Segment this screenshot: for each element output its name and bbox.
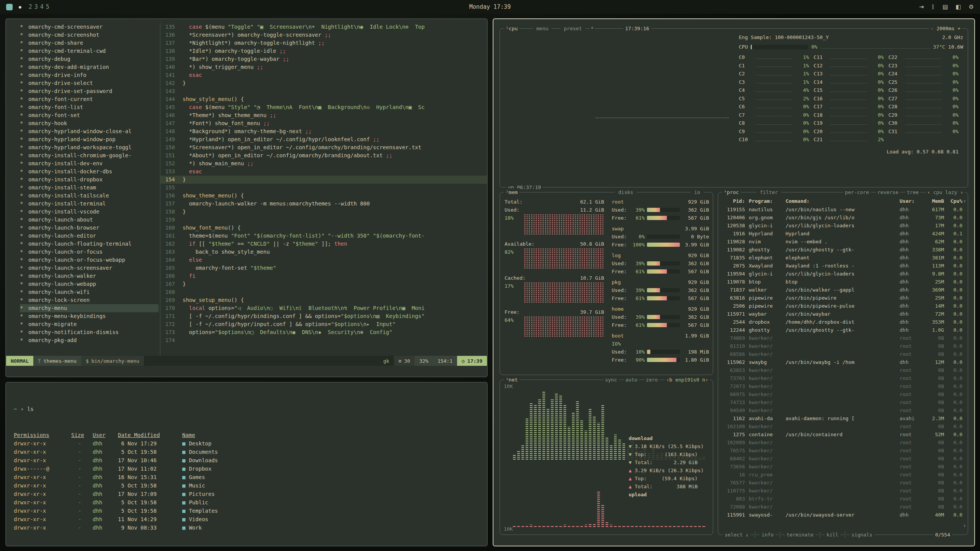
- net-sync-button[interactable]: sync: [603, 376, 618, 384]
- file-list-item[interactable]: *omarchy-notification-dismiss: [20, 328, 160, 336]
- file-list-item[interactable]: *omarchy-launch-screensaver: [20, 264, 160, 272]
- process-row[interactable]: 71837walker/usr/bin/walker --gappldhh369…: [718, 286, 968, 294]
- workspace-4[interactable]: 4: [39, 3, 45, 10]
- process-row[interactable]: 71835elephantelephantdhh381M0.0: [718, 254, 968, 262]
- menu-button[interactable]: menu: [533, 24, 552, 33]
- process-row[interactable]: 119594glycin-i/usr/lib/glycin-loadersdhh…: [718, 270, 968, 278]
- file-list-item[interactable]: *omarchy-menu: [20, 304, 158, 312]
- file-list-item[interactable]: *omarchy-drive-set-password: [20, 87, 160, 95]
- proc-reverse-button[interactable]: reverse: [876, 188, 900, 196]
- process-row[interactable]: 72073kworker/root0B0.0: [718, 382, 968, 390]
- bluetooth-icon[interactable]: ᛒ: [931, 3, 935, 10]
- file-list-item[interactable]: *omarchy-font-set: [20, 111, 160, 119]
- workspace-2[interactable]: 2: [28, 3, 33, 10]
- scroll-down-icon[interactable]: ↓: [963, 521, 966, 529]
- file-list-item[interactable]: *omarchy-hyprland-window-close-al: [20, 127, 160, 135]
- process-row[interactable]: 76575kworker/root0B0.0: [718, 447, 968, 455]
- process-row[interactable]: 2075XwaylandXwayland :1 -rootless -dhh11…: [718, 262, 968, 270]
- file-list-item[interactable]: *omarchy-cmd-share: [20, 39, 160, 47]
- file-list-item[interactable]: *omarchy-pkg-add: [20, 336, 160, 344]
- workspace-5[interactable]: 5: [45, 3, 51, 10]
- process-row[interactable]: 115962swaybg/usr/bin/swaybg -i /homdhh12…: [718, 358, 968, 366]
- proc-action-kill[interactable]: kill: [825, 531, 840, 539]
- proc-box-title[interactable]: ⁴proc: [722, 188, 741, 196]
- file-list-item[interactable]: *omarchy-hyprland-window-pop: [20, 135, 160, 143]
- file-list-item[interactable]: *omarchy-cmd-terminal-cwd: [20, 47, 160, 55]
- process-row[interactable]: 102100kworker/root0B0.0: [718, 422, 968, 430]
- process-row[interactable]: 73703kworker/root0B0.0: [718, 374, 968, 382]
- proc-action-info[interactable]: info: [760, 531, 775, 539]
- process-row[interactable]: 94540kworker/root0B0.0: [718, 406, 968, 414]
- file-list-item[interactable]: *omarchy-launch-floating-terminal: [20, 240, 160, 248]
- update-interval[interactable]: - 2000ms +: [929, 24, 962, 33]
- app-launcher-icon[interactable]: [6, 4, 13, 10]
- file-list-item[interactable]: *omarchy-cmd-screensaver: [20, 23, 160, 31]
- net-zero-button[interactable]: zero: [644, 376, 659, 384]
- process-row[interactable]: 63853kworker/root0B0.0: [718, 366, 968, 374]
- file-list-item[interactable]: *omarchy-migrate: [20, 320, 160, 328]
- file-list-item[interactable]: *omarchy-install-tailscale: [20, 192, 160, 200]
- filter-button[interactable]: filter: [756, 188, 781, 196]
- file-list-item[interactable]: *omarchy-menu-keybindings: [20, 312, 160, 320]
- workspace-3[interactable]: 3: [33, 3, 39, 10]
- io-toggle[interactable]: io: [691, 188, 704, 196]
- process-row[interactable]: 81310kworker/root0B0.0: [718, 342, 968, 350]
- process-row[interactable]: 2544dropbox/home/dhh/.dropbox-distdhh353…: [718, 318, 968, 326]
- process-row[interactable]: 2506pipewire/usr/bin/pipewire-pulsedhh14…: [718, 302, 968, 310]
- network-interface[interactable]: ‹b enp191s0 n›: [665, 376, 710, 384]
- file-list-item[interactable]: *omarchy-launch-walker: [20, 272, 160, 280]
- file-list-item[interactable]: *omarchy-drive-info: [20, 71, 160, 79]
- process-row[interactable]: 119028nvimnvim --embed .dhh62M0.0: [718, 238, 968, 246]
- file-list-item[interactable]: *omarchy-font-list: [20, 103, 160, 111]
- file-list-item[interactable]: *omarchy-install-steam: [20, 184, 160, 192]
- process-row[interactable]: 119155nautilus/usr/bin/nautilus --newdhh…: [718, 205, 968, 214]
- logout-icon[interactable]: ⇥: [919, 3, 924, 10]
- file-list-item[interactable]: *omarchy-debug: [20, 55, 160, 63]
- proc-action-terminate[interactable]: terminate: [785, 531, 815, 539]
- gear-icon[interactable]: ⚙: [969, 3, 974, 10]
- proc-action-signals[interactable]: signals: [849, 531, 874, 539]
- file-list-item[interactable]: *omarchy-install-terminal: [20, 200, 160, 208]
- process-row[interactable]: 120538glycin-i/usr/lib/glycin-loadersdhh…: [718, 222, 968, 230]
- file-list-item[interactable]: *omarchy-drive-select: [20, 79, 160, 87]
- process-row[interactable]: 119082ghostty/usr/bin/ghostty --gtk-dhh3…: [718, 246, 968, 254]
- cpu-box-title[interactable]: ¹cpu: [504, 24, 519, 33]
- process-row[interactable]: 119078btopbtopdhh25M0.0: [718, 278, 968, 286]
- file-list-item[interactable]: *omarchy-install-vscode: [20, 208, 160, 216]
- process-row[interactable]: 68586kworker/root0B0.0: [718, 350, 968, 358]
- file-list-item[interactable]: *omarchy-install-dropbox: [20, 176, 160, 184]
- volume-icon[interactable]: ◧: [956, 3, 961, 10]
- file-list-item[interactable]: *omarchy-lock-screen: [20, 296, 160, 304]
- disks-toggle[interactable]: disks: [615, 188, 637, 196]
- file-list-item[interactable]: *omarchy-hook: [20, 119, 160, 127]
- file-list-item[interactable]: *omarchy-font-current: [20, 95, 160, 103]
- process-row[interactable]: 73656kworker/root0B0.0: [718, 463, 968, 471]
- workspace-1-active-dot[interactable]: ●: [19, 5, 21, 10]
- process-row[interactable]: 115971waybar/usr/bin/waybardhh72M0.0: [718, 310, 968, 318]
- code-buffer[interactable]: 135 case $(menu "Toggle" "▣ Screensaver\…: [160, 23, 487, 356]
- net-auto-button[interactable]: auto: [624, 376, 639, 384]
- process-row[interactable]: 120406org.gnom/usr/bin/gjs /usr/lib/odhh…: [718, 214, 968, 222]
- file-list-item[interactable]: *omarchy-launch-about: [20, 216, 160, 224]
- process-table-header[interactable]: Pid:Program:Command:User:MemBCpu%: [718, 197, 968, 205]
- process-row[interactable]: 1916HyprlandHyprlanddhh424M0.1: [718, 230, 968, 238]
- file-list-item[interactable]: *omarchy-install-dev-env: [20, 160, 160, 168]
- process-row[interactable]: 63816pipewire/usr/bin/pipewiredhh25M0.0: [718, 294, 968, 302]
- process-row[interactable]: 115991swayosd-/usr/bin/swayosd-serverdhh…: [718, 511, 968, 519]
- process-row[interactable]: 102099kworker/root0B0.0: [718, 439, 968, 447]
- terminal-window[interactable]: ~ › ls PermissionsSizeUserDate ModifiedN…: [5, 382, 488, 546]
- file-list-item[interactable]: *omarchy-install-docker-dbs: [20, 168, 160, 176]
- file-list-item[interactable]: *omarchy-install-chromium-google-: [20, 152, 160, 160]
- scroll-up-icon[interactable]: ↑: [963, 197, 966, 205]
- process-row[interactable]: 1275containe/usr/bin/containerdroot52M0.…: [718, 430, 968, 439]
- file-list-item[interactable]: *omarchy-hyprland-workspace-toggl: [20, 143, 160, 152]
- file-list-item[interactable]: *omarchy-launch-browser: [20, 224, 160, 232]
- file-list-item[interactable]: *omarchy-cmd-screenshot: [20, 31, 160, 39]
- process-row[interactable]: 74733kworker/root0B0.0: [718, 398, 968, 406]
- process-row[interactable]: 16rcu_preeroot0B0.0: [718, 471, 968, 479]
- process-row[interactable]: 110775kworker/root0B0.0: [718, 487, 968, 495]
- file-list-item[interactable]: *omarchy-launch-wifi: [20, 288, 160, 296]
- sort-selector[interactable]: ‹ cpu lazy ›: [926, 188, 965, 196]
- preset-button[interactable]: preset: [560, 24, 585, 33]
- process-row[interactable]: 803btrfs-trroot0B0.0: [718, 495, 968, 503]
